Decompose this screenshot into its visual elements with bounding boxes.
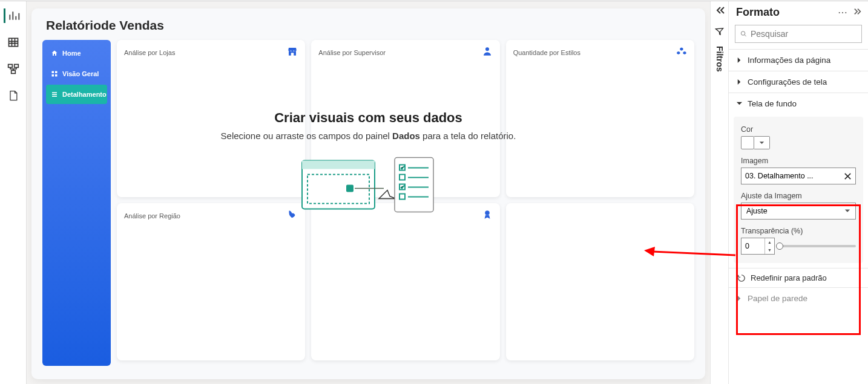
nav-visao-label: Visão Geral xyxy=(62,70,99,77)
transparency-control[interactable]: 0 ▲▼ xyxy=(741,238,856,255)
svg-rect-8 xyxy=(52,93,57,94)
card-lojas-title: Análise por Lojas xyxy=(124,49,175,56)
chevron-right-icon xyxy=(736,79,743,85)
format-search-input[interactable] xyxy=(751,29,856,39)
background-body: Cor Imagem 03. Detalhamento ... Ajuste d… xyxy=(734,117,863,263)
cubes-icon xyxy=(676,46,687,59)
svg-rect-0 xyxy=(8,38,18,46)
section-wallpaper[interactable]: Papel de parede xyxy=(729,287,868,309)
model-view-icon[interactable] xyxy=(5,62,22,76)
nav-detalhamento[interactable]: Detalhamento xyxy=(46,85,107,104)
svg-rect-1 xyxy=(8,65,12,68)
dax-view-icon[interactable] xyxy=(5,88,22,103)
svg-rect-14 xyxy=(302,161,375,169)
card-supervisor-title: Análise por Supervisor xyxy=(318,49,386,56)
svg-point-26 xyxy=(741,31,745,35)
card-estilos-title: Quantidade por Estilos xyxy=(513,49,580,56)
card-empty-1[interactable] xyxy=(311,203,499,360)
section-screen-config[interactable]: Configurações de tela xyxy=(729,71,868,93)
clear-icon[interactable] xyxy=(844,172,852,180)
person-icon xyxy=(482,46,493,59)
section-page-info[interactable]: Informações da página xyxy=(729,49,868,71)
chevron-down-icon xyxy=(844,208,850,214)
filters-pane-collapsed: Filtros xyxy=(711,1,729,384)
left-view-rail xyxy=(0,1,27,384)
svg-rect-6 xyxy=(52,74,54,77)
reset-icon xyxy=(737,274,746,282)
image-fit-label: Ajuste da Imagem xyxy=(741,192,856,200)
reset-default-button[interactable]: Redefinir para padrão xyxy=(729,268,868,287)
expand-filters-icon[interactable] xyxy=(715,6,725,17)
spin-up-icon[interactable]: ▲ xyxy=(765,238,774,246)
image-file-value: 03. Detalhamento ... xyxy=(745,172,814,180)
report-canvas[interactable]: Relatóriode Vendas Home Visão Geral Deta… xyxy=(31,8,705,379)
nav-detalhamento-label: Detalhamento xyxy=(62,91,107,98)
svg-rect-16 xyxy=(346,185,353,192)
search-icon xyxy=(740,30,747,38)
chevron-down-icon xyxy=(736,100,743,107)
transparency-label: Transparência (%) xyxy=(741,227,856,235)
color-picker[interactable] xyxy=(741,136,856,149)
card-empty-2[interactable] xyxy=(506,203,694,360)
svg-rect-10 xyxy=(52,96,57,97)
svg-rect-5 xyxy=(55,71,58,74)
spin-down-icon[interactable]: ▼ xyxy=(765,246,774,254)
format-panel: Formato ⋯ Informações da página Configur… xyxy=(729,1,868,384)
chevron-right-icon xyxy=(736,57,743,63)
canvas-watermark: Criar visuais com seus dados Selecione o… xyxy=(199,110,538,218)
image-fit-select[interactable]: Ajuste xyxy=(741,203,856,220)
chevron-right-icon xyxy=(736,295,743,302)
overlay-heading: Criar visuais com seus dados xyxy=(199,110,538,126)
filter-icon xyxy=(715,27,725,36)
svg-rect-7 xyxy=(55,74,58,77)
image-label: Imagem xyxy=(741,157,856,165)
format-search[interactable] xyxy=(735,25,862,43)
card-regiao[interactable]: Análise por Região xyxy=(117,203,305,360)
image-file-field[interactable]: 03. Detalhamento ... xyxy=(741,168,856,184)
color-label: Cor xyxy=(741,125,856,134)
svg-rect-9 xyxy=(52,94,57,96)
image-fit-value: Ajuste xyxy=(746,207,768,215)
filters-label[interactable]: Filtros xyxy=(715,46,725,72)
report-canvas-wrapper: Relatóriode Vendas Home Visão Geral Deta… xyxy=(27,1,711,384)
store-icon xyxy=(287,46,298,59)
nav-visao-geral[interactable]: Visão Geral xyxy=(46,64,107,83)
svg-rect-2 xyxy=(14,65,18,68)
table-view-icon[interactable] xyxy=(5,35,22,50)
report-view-icon[interactable] xyxy=(4,8,21,23)
transparency-slider[interactable] xyxy=(780,245,856,247)
card-regiao-title: Análise por Região xyxy=(124,212,180,220)
more-icon[interactable]: ⋯ xyxy=(838,7,847,18)
overlay-text: Selecione ou arraste os campos do painel… xyxy=(199,131,538,141)
expand-icon[interactable] xyxy=(853,7,862,18)
svg-rect-4 xyxy=(52,71,54,74)
section-background[interactable]: Tela de fundo xyxy=(729,93,868,114)
drag-illustration-icon xyxy=(199,152,538,218)
svg-point-11 xyxy=(485,47,489,51)
report-title: Relatóriode Vendas xyxy=(46,18,694,33)
svg-rect-3 xyxy=(11,71,15,74)
format-title: Formato xyxy=(736,6,780,19)
nav-home-label: Home xyxy=(62,50,81,57)
nav-home[interactable]: Home xyxy=(46,44,107,63)
report-nav-sidebar: Home Visão Geral Detalhamento xyxy=(42,40,111,366)
transparency-value[interactable]: 0 xyxy=(741,238,764,254)
